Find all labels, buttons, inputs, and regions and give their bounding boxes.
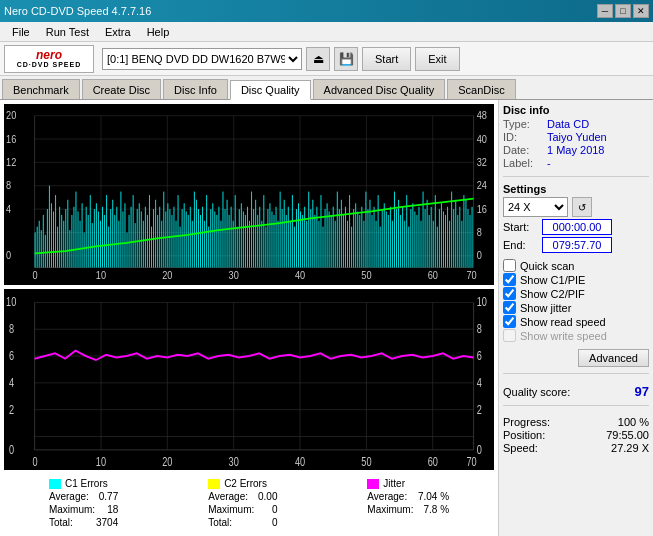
svg-rect-98 <box>157 215 158 268</box>
svg-rect-40 <box>39 221 40 268</box>
tab-benchmark[interactable]: Benchmark <box>2 79 80 99</box>
svg-text:16: 16 <box>6 133 17 145</box>
quality-score-row: Quality score: 97 <box>503 384 649 399</box>
svg-text:60: 60 <box>428 455 438 469</box>
svg-rect-52 <box>63 221 64 268</box>
drive-select[interactable]: [0:1] BENQ DVD DD DW1620 B7W9 <box>102 48 302 70</box>
svg-rect-185 <box>335 221 336 268</box>
svg-rect-226 <box>418 207 419 268</box>
speed-select[interactable]: 24 X Maximum 4 X 8 X 16 X 32 X 40 X 48 X <box>503 197 568 217</box>
svg-rect-233 <box>433 221 434 268</box>
svg-rect-155 <box>274 215 275 268</box>
menu-extra[interactable]: Extra <box>97 24 139 40</box>
svg-text:2: 2 <box>9 402 14 416</box>
minimize-button[interactable]: ─ <box>597 4 613 18</box>
save-button[interactable]: 💾 <box>334 47 358 71</box>
svg-text:0: 0 <box>33 270 39 282</box>
quality-score-value: 97 <box>635 384 649 399</box>
show-c1-checkbox[interactable] <box>503 273 516 286</box>
disc-type-value: Data CD <box>547 118 589 130</box>
svg-rect-231 <box>429 215 430 268</box>
tabbar: Benchmark Create Disc Disc Info Disc Qua… <box>0 76 653 100</box>
svg-rect-238 <box>443 211 444 267</box>
disc-date-value: 1 May 2018 <box>547 144 604 156</box>
svg-rect-118 <box>198 209 199 267</box>
svg-text:8: 8 <box>477 322 482 336</box>
end-time-row: End: 079:57.70 <box>503 237 649 253</box>
show-read-speed-row: Show read speed <box>503 315 649 328</box>
svg-rect-201 <box>367 209 368 267</box>
tab-disc-quality[interactable]: Disc Quality <box>230 80 311 100</box>
quality-score-label: Quality score: <box>503 386 570 398</box>
maximize-button[interactable]: □ <box>615 4 631 18</box>
svg-rect-194 <box>353 209 354 267</box>
show-write-speed-checkbox[interactable] <box>503 329 516 342</box>
svg-rect-154 <box>271 211 272 267</box>
start-button[interactable]: Start <box>362 47 411 71</box>
svg-rect-186 <box>337 192 338 268</box>
tab-scandisc[interactable]: ScanDisc <box>447 79 515 99</box>
jitter-avg-value: 7.04 % <box>418 491 449 502</box>
exit-button[interactable]: Exit <box>415 47 459 71</box>
c1-max-value: 18 <box>107 504 118 515</box>
nero-subtitle: CD·DVD SPEED <box>17 61 82 68</box>
chart-area: 20 16 12 8 4 0 48 40 32 24 16 8 0 0 10 2… <box>0 100 498 536</box>
svg-rect-103 <box>167 203 168 267</box>
svg-rect-234 <box>435 195 436 267</box>
svg-text:0: 0 <box>6 250 12 262</box>
quick-scan-label: Quick scan <box>520 260 574 272</box>
refresh-button[interactable]: ↺ <box>572 197 592 217</box>
settings-title: Settings <box>503 183 649 195</box>
c1-max-row: Maximum: 18 <box>49 504 118 515</box>
menu-file[interactable]: File <box>4 24 38 40</box>
svg-text:10: 10 <box>96 270 107 282</box>
tab-advanced-disc-quality[interactable]: Advanced Disc Quality <box>313 79 446 99</box>
svg-rect-69 <box>98 211 99 267</box>
c2-total-label: Total: <box>208 517 232 528</box>
svg-rect-170 <box>304 207 305 268</box>
svg-text:24: 24 <box>477 180 488 192</box>
quick-scan-checkbox[interactable] <box>503 259 516 272</box>
close-button[interactable]: ✕ <box>633 4 649 18</box>
svg-rect-126 <box>214 211 215 267</box>
svg-rect-199 <box>363 221 364 268</box>
svg-rect-44 <box>47 209 48 267</box>
svg-rect-205 <box>376 221 377 268</box>
tab-disc-info[interactable]: Disc Info <box>163 79 228 99</box>
svg-rect-73 <box>106 195 107 267</box>
svg-rect-90 <box>141 211 142 267</box>
svg-rect-158 <box>280 192 281 268</box>
progress-value: 100 % <box>618 416 649 428</box>
svg-rect-222 <box>410 209 411 267</box>
svg-rect-215 <box>396 209 397 267</box>
show-read-speed-checkbox[interactable] <box>503 315 516 328</box>
c1-color-box <box>49 479 61 489</box>
svg-rect-94 <box>149 195 150 267</box>
svg-rect-175 <box>314 215 315 268</box>
show-jitter-checkbox[interactable] <box>503 301 516 314</box>
jitter-max-label: Maximum: <box>367 504 413 515</box>
svg-rect-241 <box>449 221 450 268</box>
end-value: 079:57.70 <box>542 237 612 253</box>
svg-rect-101 <box>163 192 164 268</box>
svg-rect-251 <box>470 215 471 268</box>
tab-create-disc[interactable]: Create Disc <box>82 79 161 99</box>
svg-rect-225 <box>416 215 417 268</box>
svg-rect-151 <box>265 227 266 268</box>
svg-rect-243 <box>453 209 454 267</box>
menu-help[interactable]: Help <box>139 24 178 40</box>
svg-text:60: 60 <box>428 270 439 282</box>
show-c2-checkbox[interactable] <box>503 287 516 300</box>
eject-button[interactable]: ⏏ <box>306 47 330 71</box>
svg-text:10: 10 <box>6 295 16 309</box>
disc-date-label: Date: <box>503 144 543 156</box>
svg-rect-216 <box>398 200 399 268</box>
disc-type-row: Type: Data CD <box>503 118 649 130</box>
svg-rect-159 <box>282 209 283 267</box>
svg-rect-138 <box>239 209 240 267</box>
svg-rect-245 <box>457 215 458 268</box>
advanced-button[interactable]: Advanced <box>578 349 649 367</box>
menu-runtest[interactable]: Run Test <box>38 24 97 40</box>
svg-rect-230 <box>427 200 428 268</box>
svg-rect-50 <box>59 207 60 268</box>
